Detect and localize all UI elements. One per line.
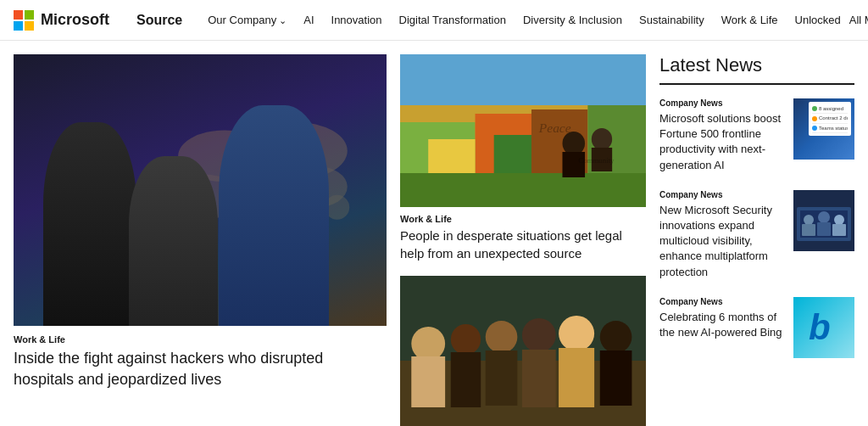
microsoft-logo [14,10,34,31]
news-item-2[interactable]: Company News New Microsoft Security inno… [659,190,854,280]
svg-rect-26 [411,356,445,407]
card-legal-help-title: People in desperate situations get legal… [400,227,646,262]
all-microsoft-link[interactable]: All Microsoft [849,14,868,26]
main-content: Work & Life Inside the fight against hac… [0,41,868,426]
news-item-3-headline: Celebrating 6 months of the new AI-power… [659,310,785,340]
svg-point-27 [451,324,481,355]
svg-rect-45 [832,224,846,236]
person-shape-3 [219,105,329,326]
card-legal-help-tag: Work & Life [400,214,646,224]
svg-text:b: b [809,307,831,347]
svg-rect-28 [451,352,481,407]
news-item-3-text: Company News Celebrating 6 months of the… [659,297,785,358]
news-thumb-2-image [793,190,854,251]
news-item-2-thumbnail [793,190,854,251]
nav-link-work-life[interactable]: Work & Life [713,14,787,26]
svg-point-42 [834,215,844,225]
card-group-photo[interactable] [400,276,646,426]
svg-text:Peace: Peace [538,122,571,135]
navigation: Microsoft Source Our Company AI Innovati… [0,0,868,41]
svg-point-29 [486,321,518,353]
news-thumb-3-image: b [793,297,854,358]
svg-rect-30 [486,350,518,406]
tablet-ui-graphic: 8 assigned Contract 2 done Teams status [809,102,851,136]
svg-point-31 [522,318,556,352]
svg-point-41 [818,211,830,223]
svg-point-33 [559,316,594,351]
brand-name: Microsoft [41,11,109,29]
card-legal-help-image: Peace Community [400,54,646,207]
news-item-3-thumbnail: b [793,297,854,358]
feature-left[interactable]: Work & Life Inside the fight against hac… [14,54,387,426]
svg-rect-44 [817,222,831,236]
news-thumb-1-image: 8 assigned Contract 2 done Teams status [793,98,854,160]
nav-links: Our Company AI Innovation Digital Transf… [199,14,849,26]
svg-point-25 [411,327,445,361]
card-legal-help[interactable]: Peace Community Work & Life People in de… [400,54,646,262]
center-column: Peace Community Work & Life People in de… [400,54,646,426]
news-item-1-headline: Microsoft solutions boost Fortune 500 fr… [659,111,785,173]
card-group-image [400,276,646,426]
svg-text:Community: Community [578,156,615,164]
svg-point-40 [804,215,814,225]
feature-left-image [14,54,387,326]
feature-left-title: Inside the fight against hackers who dis… [14,348,387,390]
news-item-2-category: Company News [659,190,785,199]
nav-link-innovation[interactable]: Innovation [323,14,391,26]
mural-image: Peace Community [400,54,646,207]
news-item-2-headline: New Microsoft Security innovations expan… [659,203,785,280]
news-item-1-category: Company News [659,98,785,108]
svg-point-16 [592,128,612,150]
nav-link-digital-transformation[interactable]: Digital Transformation [391,14,515,26]
news-item-3[interactable]: Company News Celebrating 6 months of the… [659,297,854,358]
svg-rect-12 [428,139,475,173]
svg-point-35 [600,321,632,353]
svg-rect-14 [400,173,646,207]
svg-rect-34 [559,348,594,407]
news-item-2-text: Company News New Microsoft Security inno… [659,190,785,280]
nav-link-ai[interactable]: AI [295,14,322,26]
svg-rect-32 [522,350,556,407]
svg-point-15 [562,132,585,155]
nav-link-diversity-inclusion[interactable]: Diversity & Inclusion [515,14,631,26]
nav-link-unlocked[interactable]: Unlocked [787,14,849,26]
news-item-1-thumbnail: 8 assigned Contract 2 done Teams status [793,98,854,160]
nav-link-sustainability[interactable]: Sustainability [631,14,713,26]
person-shape-2 [129,156,218,326]
news-item-1[interactable]: Company News Microsoft solutions boost F… [659,98,854,173]
nav-right-section: All Microsoft Search 🔍 Cart 🛒 [849,14,868,26]
nav-source[interactable]: Source [136,13,182,28]
news-heading: Latest News [659,54,854,76]
news-divider [659,83,854,85]
nav-link-our-company[interactable]: Our Company [199,14,295,26]
feature-left-tag: Work & Life [14,334,387,345]
person-shape-1 [43,122,136,326]
svg-rect-13 [494,135,531,173]
news-item-1-text: Company News Microsoft solutions boost F… [659,98,785,173]
news-item-3-category: Company News [659,297,785,306]
svg-rect-36 [600,350,632,406]
news-column: Latest News Company News Microsoft solut… [659,54,854,426]
logo-area[interactable]: Microsoft [14,10,109,31]
svg-rect-43 [802,224,815,236]
